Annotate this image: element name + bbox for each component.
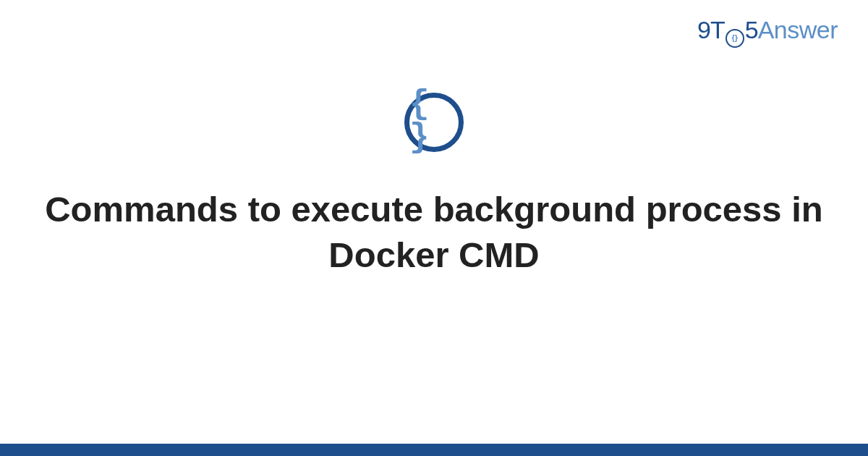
logo-text-5: 5 bbox=[745, 16, 758, 44]
site-logo[interactable]: 9T {} 5 Answer bbox=[697, 16, 838, 46]
logo-text-answer: Answer bbox=[758, 16, 838, 44]
logo-inner-braces: {} bbox=[731, 34, 738, 42]
footer-accent-bar bbox=[0, 444, 868, 456]
logo-text-9t: 9T bbox=[697, 16, 725, 44]
logo-circle-icon: {} bbox=[726, 29, 744, 48]
braces-glyph: { } bbox=[409, 88, 459, 154]
page-title: Commands to execute background process i… bbox=[0, 187, 868, 277]
code-braces-icon: { } bbox=[404, 93, 464, 152]
